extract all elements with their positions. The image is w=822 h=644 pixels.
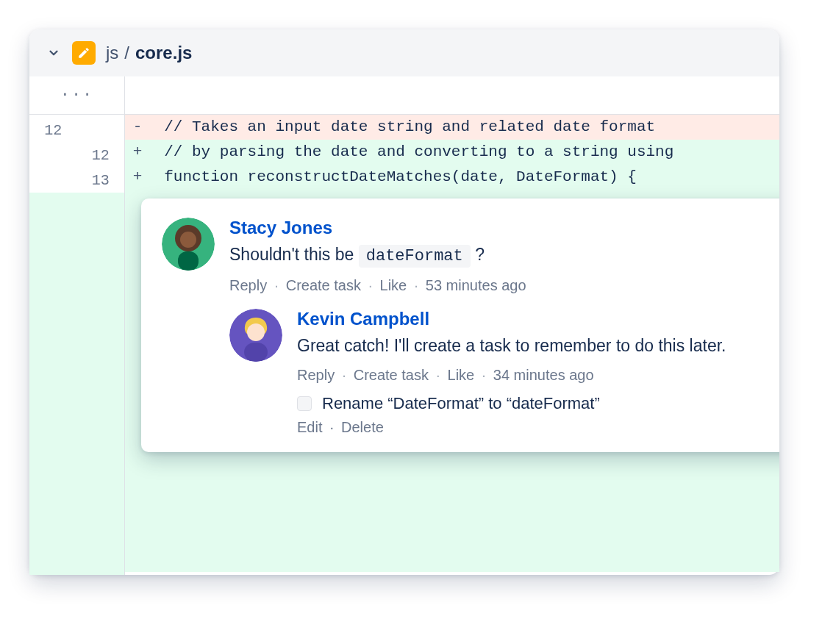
- reply-button[interactable]: Reply: [229, 277, 267, 294]
- added-sign-icon: +: [129, 165, 146, 190]
- removed-sign-icon: -: [129, 115, 146, 140]
- code-pad: Stacy Jones Shouldn't this be dateFormat…: [125, 190, 779, 572]
- comment-author[interactable]: Stacy Jones: [229, 218, 779, 238]
- new-line-number: 12: [77, 147, 125, 164]
- comment-body: Stacy Jones Shouldn't this be dateFormat…: [229, 218, 779, 436]
- like-button[interactable]: Like: [380, 277, 407, 294]
- new-line-number: 13: [77, 172, 125, 189]
- chevron-down-icon[interactable]: [46, 45, 62, 61]
- comment-text-prefix: Shouldn't this be: [229, 245, 359, 264]
- inline-code: dateFormat: [359, 245, 471, 268]
- code-lines: - // Takes an input date string and rela…: [125, 115, 779, 190]
- dot-separator: ·: [368, 277, 373, 294]
- reply-button[interactable]: Reply: [297, 367, 335, 384]
- svg-rect-6: [244, 343, 268, 362]
- file-name: core.js: [135, 43, 192, 63]
- file-path: js / core.js: [106, 43, 192, 63]
- comment-actions: Reply · Create task · Like · 53 minutes …: [229, 277, 779, 294]
- gutter-row: 12: [29, 143, 124, 168]
- svg-point-2: [180, 232, 196, 248]
- gutter-pad: [29, 193, 124, 575]
- task-row: Rename “DateFormat” to “dateFormat”: [297, 394, 779, 413]
- gutter-lines: 121213: [29, 115, 124, 193]
- comment-reply: Kevin Campbell Great catch! I'll create …: [229, 309, 779, 436]
- code-top-pad: [125, 76, 779, 115]
- avatar[interactable]: [229, 309, 282, 362]
- create-task-button[interactable]: Create task: [354, 367, 429, 384]
- task-edit-button[interactable]: Edit: [297, 419, 322, 436]
- svg-point-5: [247, 323, 265, 341]
- comment-text: Great catch! I'll create a task to remem…: [297, 334, 779, 358]
- code-line[interactable]: + // by parsing the date and converting …: [125, 140, 779, 165]
- comment-body: Kevin Campbell Great catch! I'll create …: [297, 309, 779, 436]
- comment: Stacy Jones Shouldn't this be dateFormat…: [162, 218, 779, 436]
- task-delete-button[interactable]: Delete: [341, 419, 384, 436]
- file-header: js / core.js: [29, 29, 779, 76]
- dot-separator: ·: [482, 367, 486, 384]
- diff-body: ··· 121213 - // Takes an input date stri…: [29, 76, 779, 575]
- like-button[interactable]: Like: [448, 367, 475, 384]
- old-line-number: 12: [29, 122, 77, 139]
- code-text: // Takes an input date string and relate…: [146, 115, 655, 140]
- task-label: Rename “DateFormat” to “dateFormat”: [322, 394, 600, 413]
- comment-text: Shouldn't this be dateFormat ?: [229, 243, 779, 268]
- code-area: - // Takes an input date string and rela…: [125, 76, 779, 575]
- comment-timestamp: 34 minutes ago: [493, 367, 594, 384]
- dot-separator: ·: [342, 367, 346, 384]
- reply-thread: Kevin Campbell Great catch! I'll create …: [229, 309, 779, 436]
- code-line[interactable]: - // Takes an input date string and rela…: [125, 115, 779, 140]
- task-checkbox[interactable]: [297, 396, 312, 411]
- dot-separator: ·: [414, 277, 418, 294]
- file-folder: js: [106, 43, 118, 63]
- gutter-more-icon[interactable]: ···: [29, 76, 124, 115]
- avatar[interactable]: [162, 218, 215, 271]
- code-text: function reconstructDateMatches(date, Da…: [146, 165, 637, 190]
- dot-separator: ·: [436, 367, 440, 384]
- dot-separator: ·: [329, 419, 334, 436]
- dot-separator: ·: [274, 277, 279, 294]
- added-sign-icon: +: [129, 140, 146, 165]
- gutter-row: 13: [29, 168, 124, 193]
- comment-author[interactable]: Kevin Campbell: [297, 309, 779, 329]
- line-gutter: ··· 121213: [29, 76, 125, 575]
- comment-card: Stacy Jones Shouldn't this be dateFormat…: [141, 198, 779, 452]
- path-separator: /: [124, 43, 129, 63]
- task-actions: Edit · Delete: [297, 419, 779, 436]
- svg-rect-3: [178, 251, 199, 271]
- code-line[interactable]: + function reconstructDateMatches(date, …: [125, 165, 779, 190]
- comment-timestamp: 53 minutes ago: [426, 277, 526, 294]
- comment-text-suffix: ?: [471, 245, 485, 264]
- file-edit-icon: [72, 41, 96, 65]
- diff-panel: js / core.js ··· 121213 - // Takes an in…: [29, 29, 779, 575]
- gutter-row: 12: [29, 118, 124, 143]
- comment-actions: Reply · Create task · Like · 34 minutes …: [297, 367, 779, 384]
- create-task-button[interactable]: Create task: [286, 277, 361, 294]
- code-text: // by parsing the date and converting to…: [146, 140, 673, 165]
